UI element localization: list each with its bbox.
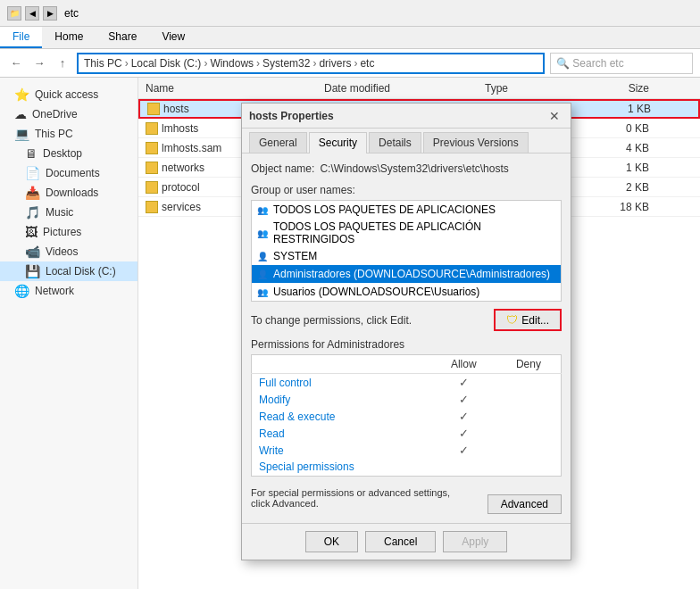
this-pc-icon: 💻: [14, 127, 29, 141]
object-name-row: Object name: C:\Windows\System32\drivers…: [251, 162, 562, 175]
nav-item-network[interactable]: 🌐 Network: [0, 281, 138, 301]
perm-allow-full-control: ✓: [431, 374, 496, 392]
perm-name-modify: Modify: [252, 391, 431, 408]
perms-col-name: [252, 355, 431, 374]
perm-name-special: Special permissions: [252, 459, 431, 477]
nav-up[interactable]: ↑: [54, 54, 71, 72]
ok-button[interactable]: OK: [305, 531, 358, 552]
perm-name-full-control: Full control: [252, 374, 431, 392]
onedrive-icon: ☁: [14, 107, 27, 121]
cancel-button[interactable]: Cancel: [365, 531, 436, 552]
crumb-localdisk: Local Disk (C:): [131, 57, 202, 70]
file-size-hosts: 1 KB: [587, 103, 658, 115]
forward-icon: ▶: [43, 6, 57, 21]
edit-button[interactable]: 🛡 Edit...: [494, 309, 562, 331]
user-name-1: TODOS LOS PAQUETES DE APLICACIONES: [273, 203, 496, 216]
nav-label-onedrive: OneDrive: [32, 108, 78, 120]
title-icon: 📁: [7, 6, 21, 21]
nav-item-documents[interactable]: 📄 Documents: [0, 163, 138, 183]
quick-access-icon: ⭐: [14, 87, 29, 102]
nav-forward[interactable]: →: [30, 54, 48, 72]
back-icon: ◀: [25, 6, 39, 21]
perm-deny-write: [496, 442, 562, 459]
nav-label-videos: Videos: [46, 245, 78, 258]
nav-item-this-pc[interactable]: 💻 This PC: [0, 124, 138, 144]
user-item-2[interactable]: 👥 TODOS LOS PAQUETES DE APLICACIÓN RESTR…: [252, 219, 561, 247]
tab-file[interactable]: File: [0, 27, 42, 48]
user-name-admin: Administradores (DOWNLOADSOURCE\Administ…: [273, 268, 550, 280]
file-icon-lmhosts: [146, 122, 158, 135]
pictures-icon: 🖼: [25, 225, 38, 239]
tab-security[interactable]: Security: [309, 132, 367, 153]
titlebar-controls: 📁 ◀ ▶: [7, 6, 57, 21]
window-title: etc: [64, 7, 79, 20]
perm-change-row: To change permissions, click Edit. 🛡 Edi…: [251, 309, 562, 331]
user-item-admin[interactable]: 👤 Administradores (DOWNLOADSOURCE\Admini…: [252, 265, 561, 283]
user-name-2: TODOS LOS PAQUETES DE APLICACIÓN RESTRIN…: [273, 220, 557, 245]
dialog-footer: OK Cancel Apply: [242, 523, 571, 560]
apply-button[interactable]: Apply: [443, 531, 507, 552]
address-box[interactable]: This PC › Local Disk (C:) › Windows › Sy…: [77, 53, 545, 74]
perm-allow-read: ✓: [431, 425, 496, 442]
nav-label-pictures: Pictures: [43, 226, 81, 238]
nav-item-music[interactable]: 🎵 Music: [0, 203, 138, 222]
user-icon-2: 👥: [255, 226, 270, 240]
perm-allow-write: ✓: [431, 442, 496, 459]
tab-home[interactable]: Home: [42, 27, 96, 48]
perms-table: Allow Deny Full control ✓ Modify ✓ Read …: [251, 354, 562, 477]
tab-share[interactable]: Share: [96, 27, 149, 48]
user-name-3: SYSTEM: [273, 250, 317, 262]
search-box[interactable]: 🔍 Search etc: [550, 53, 693, 74]
nav-item-quick-access[interactable]: ⭐ Quick access: [0, 85, 138, 104]
nav-label-quick-access: Quick access: [35, 88, 98, 101]
nav-item-pictures[interactable]: 🖼 Pictures: [0, 222, 138, 242]
dialog-close-button[interactable]: ✕: [546, 107, 563, 125]
nav-item-downloads[interactable]: 📥 Downloads: [0, 183, 138, 203]
network-icon: 🌐: [14, 284, 29, 298]
nav-item-videos[interactable]: 📹 Videos: [0, 242, 138, 261]
user-item-1[interactable]: 👥 TODOS LOS PAQUETES DE APLICACIONES: [252, 201, 561, 219]
addressbar: ← → ↑ This PC › Local Disk (C:) › Window…: [0, 49, 700, 78]
dialog-title: hosts Properties: [249, 110, 334, 122]
tab-view[interactable]: View: [149, 27, 197, 48]
file-icon-services: [146, 201, 158, 213]
nav-item-onedrive[interactable]: ☁ OneDrive: [0, 104, 138, 124]
ribbon: File Home Share View: [0, 27, 700, 49]
perm-name-write: Write: [252, 442, 431, 459]
user-item-usuarios[interactable]: 👥 Usuarios (DOWNLOADSOURCE\Usuarios): [252, 283, 561, 301]
user-icon-usuarios: 👥: [255, 285, 270, 299]
group-label: Group or user names:: [251, 184, 562, 196]
advanced-button[interactable]: Advanced: [488, 494, 562, 514]
tab-general[interactable]: General: [249, 132, 307, 153]
col-type[interactable]: Type: [478, 82, 585, 95]
perm-deny-modify: [496, 391, 562, 408]
titlebar: 📁 ◀ ▶ etc: [0, 0, 700, 27]
user-list: 👥 TODOS LOS PAQUETES DE APLICACIONES 👥 T…: [251, 200, 562, 302]
user-name-usuarios: Usuarios (DOWNLOADSOURCE\Usuarios): [273, 286, 479, 298]
nav-back[interactable]: ←: [7, 54, 25, 72]
music-icon: 🎵: [25, 205, 40, 220]
col-size[interactable]: Size: [585, 82, 656, 95]
perm-allow-special: [431, 459, 496, 477]
file-icon-networks: [146, 162, 158, 174]
dialog-tab-bar: General Security Details Previous Versio…: [242, 129, 571, 153]
file-icon-lmhosts-sam: [146, 142, 158, 154]
shield-icon: 🛡: [506, 313, 518, 327]
crumb-drivers: drivers: [319, 57, 351, 70]
nav-item-desktop[interactable]: 🖥 Desktop: [0, 144, 138, 163]
downloads-icon: 📥: [25, 186, 40, 200]
perms-col-deny: Deny: [496, 355, 562, 374]
nav-label-local-disk: Local Disk (C:): [46, 265, 116, 278]
nav-label-this-pc: This PC: [35, 128, 73, 140]
col-name[interactable]: Name: [138, 82, 317, 95]
col-date[interactable]: Date modified: [317, 82, 478, 95]
videos-icon: 📹: [25, 245, 40, 259]
nav-item-local-disk[interactable]: 💾 Local Disk (C:): [0, 261, 138, 281]
user-item-3[interactable]: 👤 SYSTEM: [252, 247, 561, 265]
perm-row-full-control: Full control ✓: [252, 374, 562, 392]
crumb-system32: System32: [262, 57, 310, 70]
tab-previous-versions[interactable]: Previous Versions: [423, 132, 529, 153]
tab-details[interactable]: Details: [369, 132, 421, 153]
perm-allow-modify: ✓: [431, 391, 496, 408]
perm-row-read-execute: Read & execute ✓: [252, 408, 562, 425]
